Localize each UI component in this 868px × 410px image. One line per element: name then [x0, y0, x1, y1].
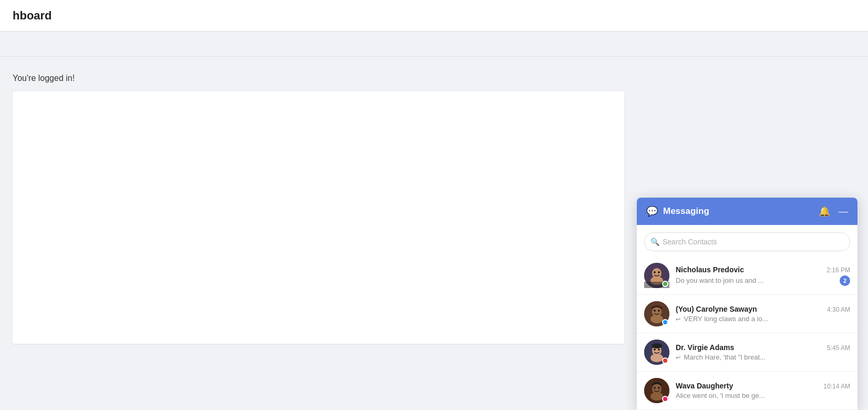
- svg-point-19: [654, 387, 656, 389]
- status-dot-nicholaus: [662, 281, 668, 287]
- status-dot-virgie: [662, 357, 668, 364]
- messaging-widget: 💬 Messaging 🔔 — 🔍: [637, 198, 857, 410]
- avatar-wrapper-nicholaus: [644, 263, 669, 288]
- svg-point-3: [658, 271, 660, 273]
- avatar-wrapper-wava: [644, 378, 669, 403]
- contact-bottom-row-nicholaus: Do you want to join us and ... 2: [676, 275, 850, 286]
- svg-point-15: [650, 354, 663, 362]
- messaging-chat-icon: 💬: [646, 206, 658, 217]
- top-bar: hboard: [0, 0, 868, 32]
- contact-preview-wava: Alice went on, 'I must be ge...: [676, 392, 850, 399]
- search-contacts-input[interactable]: [644, 232, 850, 251]
- contact-info-carolyne: (You) Carolyne Sawayn 4:30 AM ↩ VERY lon…: [676, 305, 850, 323]
- svg-point-9: [658, 310, 660, 312]
- contact-top-row-carolyne: (You) Carolyne Sawayn 4:30 AM: [676, 305, 850, 313]
- contact-time-wava: 10:14 AM: [823, 383, 850, 390]
- contact-item-carolyne[interactable]: (You) Carolyne Sawayn 4:30 AM ↩ VERY lon…: [637, 295, 857, 333]
- messaging-header: 💬 Messaging 🔔 —: [637, 198, 857, 225]
- svg-point-2: [654, 271, 656, 273]
- svg-point-10: [650, 315, 663, 323]
- reply-arrow-carolyne: ↩: [676, 316, 680, 322]
- contact-bottom-row-wava: Alice went on, 'I must be ge...: [676, 392, 850, 399]
- contact-info-wava: Wava Daugherty 10:14 AM Alice went on, '…: [676, 382, 850, 399]
- contact-info-virgie: Dr. Virgie Adams 5:45 AM ↩ March Hare, '…: [676, 343, 850, 361]
- contact-bottom-row-virgie: ↩ March Hare, 'that "I breat...: [676, 353, 850, 361]
- contact-item-virgie[interactable]: Dr. Virgie Adams 5:45 AM ↩ March Hare, '…: [637, 333, 857, 372]
- search-container: 🔍: [637, 225, 857, 257]
- svg-point-20: [658, 387, 660, 389]
- svg-point-13: [654, 348, 656, 351]
- contacts-list: Nicholaus Predovic 2:16 PM Do you want t…: [637, 257, 857, 410]
- contact-time-nicholaus: 2:16 PM: [826, 266, 850, 274]
- search-input-wrapper: 🔍: [644, 232, 850, 251]
- messaging-header-left: 💬 Messaging: [646, 206, 709, 217]
- status-dot-carolyne: [662, 319, 668, 325]
- messaging-title: Messaging: [663, 206, 709, 217]
- svg-point-14: [658, 348, 660, 351]
- contact-preview-virgie: ↩ March Hare, 'that "I breat...: [676, 353, 850, 361]
- messaging-header-right: 🔔 —: [819, 207, 848, 216]
- unread-badge-nicholaus: 2: [840, 275, 850, 286]
- minimize-button[interactable]: —: [839, 207, 848, 216]
- contact-preview-nicholaus: Do you want to join us and ...: [676, 276, 836, 284]
- contact-item-wava[interactable]: Wava Daugherty 10:14 AM Alice went on, '…: [637, 372, 857, 410]
- contact-item-nicholaus[interactable]: Nicholaus Predovic 2:16 PM Do you want t…: [637, 257, 857, 295]
- avatar-wrapper-virgie: [644, 340, 669, 365]
- contact-info-nicholaus: Nicholaus Predovic 2:16 PM Do you want t…: [676, 265, 850, 286]
- contact-name-virgie: Dr. Virgie Adams: [676, 343, 734, 352]
- contact-bottom-row-carolyne: ↩ VERY long claws and a lo...: [676, 315, 850, 323]
- contact-name-wava: Wava Daugherty: [676, 382, 733, 390]
- contact-top-row-wava: Wava Daugherty 10:14 AM: [676, 382, 850, 390]
- contact-name-carolyne: (You) Carolyne Sawayn: [676, 305, 757, 313]
- content-card: [13, 91, 624, 344]
- page-title: hboard: [13, 9, 52, 23]
- logged-in-message: You're logged in!: [13, 74, 855, 83]
- search-icon: 🔍: [650, 238, 659, 246]
- svg-point-16: [652, 343, 662, 348]
- contact-name-nicholaus: Nicholaus Predovic: [676, 265, 744, 274]
- contact-preview-carolyne: ↩ VERY long claws and a lo...: [676, 315, 850, 323]
- svg-point-21: [650, 392, 663, 401]
- status-dot-wava: [662, 396, 668, 402]
- reply-arrow-virgie: ↩: [676, 354, 680, 361]
- sub-bar: [0, 32, 868, 57]
- contact-time-carolyne: 4:30 AM: [827, 306, 850, 313]
- svg-point-8: [654, 310, 656, 312]
- contact-top-row-nicholaus: Nicholaus Predovic 2:16 PM: [676, 265, 850, 274]
- avatar-wrapper-carolyne: [644, 301, 669, 326]
- notification-bell-button[interactable]: 🔔: [819, 207, 830, 216]
- contact-top-row-virgie: Dr. Virgie Adams 5:45 AM: [676, 343, 850, 352]
- contact-time-virgie: 5:45 AM: [827, 344, 850, 352]
